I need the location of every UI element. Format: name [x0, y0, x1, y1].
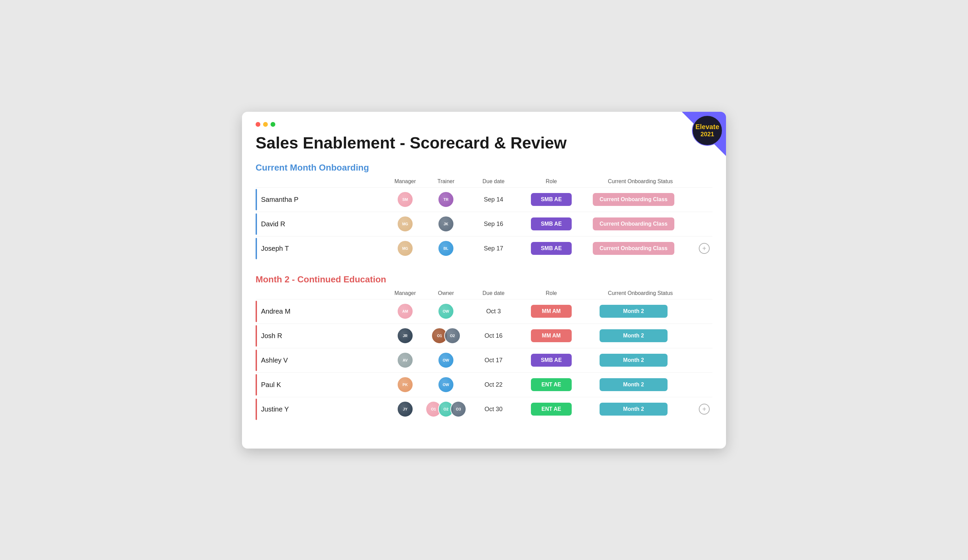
manager-cell: AM — [385, 303, 426, 320]
section2-header: Manager Owner Due date Role Current Onbo… — [255, 290, 713, 299]
table-row[interactable]: Paul K PK OW Oct 22 ENT AE Month 2 — [255, 373, 713, 397]
add-row-button[interactable]: + — [699, 243, 710, 254]
elevate-line1: Elevate — [695, 123, 719, 131]
section-current-month: Current Month Onboarding Manager Trainer… — [255, 162, 713, 261]
trainer-cell: JK — [426, 216, 466, 232]
role-badge: SMB AE — [531, 193, 572, 206]
owner-cell: O1 O2 O3 — [426, 401, 466, 417]
avatar: BL — [438, 240, 454, 257]
window-controls — [255, 122, 713, 127]
role-badge: SMB AE — [531, 217, 572, 230]
avatar: AV — [397, 352, 413, 368]
header2-manager: Manager — [385, 290, 426, 296]
due-date: Oct 17 — [466, 357, 521, 364]
status-badge: Month 2 — [600, 403, 668, 416]
section2-rows: Andrea M AM OW Oct 3 MM AM Month 2 Josh … — [255, 299, 713, 421]
elevate-badge: Elevate 2021 — [682, 112, 726, 156]
row-name: Joseph T — [255, 245, 385, 252]
trainer-cell: BL — [426, 240, 466, 257]
avatar: OW — [438, 376, 454, 393]
status-badge: Current Onboarding Class — [593, 217, 675, 230]
table-row[interactable]: Joseph T MG BL Sep 17 SMB AE Current Onb… — [255, 236, 713, 261]
avatar: MG — [397, 240, 413, 257]
row-border — [255, 214, 257, 235]
role-badge: ENT AE — [531, 378, 572, 391]
row-name: Andrea M — [255, 308, 385, 315]
avatar: PK — [397, 376, 413, 393]
elevate-circle: Elevate 2021 — [692, 115, 723, 146]
status-cell: Month 2 — [582, 305, 699, 318]
role-badge: MM AM — [531, 305, 572, 318]
row-border — [255, 399, 257, 420]
status-cell: Month 2 — [582, 354, 699, 367]
header-name — [255, 178, 385, 184]
page-title: Sales Enablement - Scorecard & Review — [255, 134, 713, 152]
table-row[interactable]: Ashley V AV OW Oct 17 SMB AE Month 2 — [255, 348, 713, 373]
manager-cell: JY — [385, 401, 426, 417]
manager-cell: MG — [385, 216, 426, 232]
main-window: Elevate 2021 Sales Enablement - Scorecar… — [242, 112, 726, 449]
section1-rows: Samantha P SM TR Sep 14 SMB AE Current O… — [255, 187, 713, 261]
status-badge: Month 2 — [600, 378, 668, 391]
role-cell: SMB AE — [521, 193, 582, 206]
elevate-line2: 2021 — [701, 131, 714, 138]
role-cell: MM AM — [521, 305, 582, 318]
due-date: Sep 17 — [466, 245, 521, 252]
row-name: Paul K — [255, 381, 385, 389]
table-row[interactable]: Josh R JR O1 O2 Oct 16 MM AM Month 2 — [255, 323, 713, 348]
status-badge: Month 2 — [600, 305, 668, 318]
avatar: SM — [397, 191, 413, 208]
header2-role: Role — [521, 290, 582, 296]
manager-cell: MG — [385, 240, 426, 257]
due-date: Oct 16 — [466, 332, 521, 340]
role-badge: SMB AE — [531, 242, 572, 255]
role-badge: SMB AE — [531, 354, 572, 367]
due-date: Oct 30 — [466, 406, 521, 413]
close-dot[interactable] — [255, 122, 260, 127]
row-name: Josh R — [255, 332, 385, 340]
section2-title: Month 2 - Continued Education — [255, 274, 713, 285]
header-manager: Manager — [385, 178, 426, 184]
add-row-button[interactable]: + — [699, 404, 710, 414]
section1-header: Manager Trainer Due date Role Current On… — [255, 178, 713, 187]
avatar: O2 — [444, 328, 461, 344]
role-cell: ENT AE — [521, 378, 582, 391]
role-cell: ENT AE — [521, 403, 582, 416]
row-border — [255, 301, 257, 322]
header-status: Current Onboarding Status — [582, 178, 699, 184]
row-border — [255, 350, 257, 371]
table-row[interactable]: David R MG JK Sep 16 SMB AE Current Onbo… — [255, 212, 713, 236]
header-add — [699, 178, 713, 184]
table-row[interactable]: Justine Y JY O1 O2 O3 Oct 30 ENT AE Mont… — [255, 397, 713, 421]
role-cell: SMB AE — [521, 242, 582, 255]
avatar: AM — [397, 303, 413, 320]
row-name: Ashley V — [255, 356, 385, 364]
row-border — [255, 374, 257, 396]
maximize-dot[interactable] — [270, 122, 275, 127]
table-row[interactable]: Andrea M AM OW Oct 3 MM AM Month 2 — [255, 299, 713, 323]
avatar: JY — [397, 401, 413, 417]
avatar: O3 — [450, 401, 466, 417]
avatar: MG — [397, 216, 413, 232]
status-cell: Month 2 — [582, 329, 699, 342]
avatar: OW — [438, 303, 454, 320]
role-cell: SMB AE — [521, 217, 582, 230]
status-cell: Current Onboarding Class — [582, 242, 699, 255]
avatar: JR — [397, 328, 413, 344]
trainer-cell: TR — [426, 191, 466, 208]
header-role: Role — [521, 178, 582, 184]
due-date: Sep 14 — [466, 196, 521, 203]
owner-cell: OW — [426, 352, 466, 368]
minimize-dot[interactable] — [263, 122, 268, 127]
header2-name — [255, 290, 385, 296]
table-row[interactable]: Samantha P SM TR Sep 14 SMB AE Current O… — [255, 187, 713, 212]
role-badge: MM AM — [531, 329, 572, 342]
manager-cell: JR — [385, 328, 426, 344]
row-name: Justine Y — [255, 405, 385, 413]
header-duedate: Due date — [466, 178, 521, 184]
status-badge: Month 2 — [600, 354, 668, 367]
status-badge: Month 2 — [600, 329, 668, 342]
header2-duedate: Due date — [466, 290, 521, 296]
due-date: Sep 16 — [466, 220, 521, 228]
manager-cell: PK — [385, 376, 426, 393]
